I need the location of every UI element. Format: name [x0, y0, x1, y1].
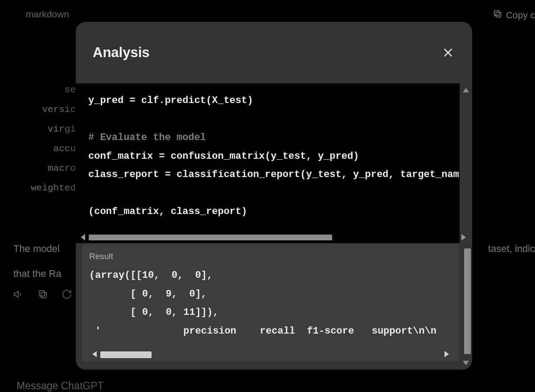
scroll-thumb[interactable]: [89, 235, 332, 240]
result-panel: Result (array([[10, 0, 0], [ 0, 9, 0], […: [82, 244, 460, 362]
code-content[interactable]: y_pred = clf.predict(X_test) # Evaluate …: [88, 91, 460, 221]
scroll-track: [89, 235, 458, 240]
modal-header: Analysis: [76, 22, 472, 83]
code-panel: y_pred = clf.predict(X_test) # Evaluate …: [76, 83, 460, 243]
vertical-scroll-thumb[interactable]: [464, 248, 471, 354]
page-root: markdown Copy c se versic virgi accu mac…: [0, 0, 535, 392]
result-horizontal-scrollbar[interactable]: [92, 350, 449, 358]
result-content[interactable]: (array([[10, 0, 0], [ 0, 9, 0], [ 0, 0, …: [89, 266, 460, 340]
scroll-track: [100, 351, 441, 357]
analysis-modal: Analysis y_pred = clf.predict(X_test) # …: [76, 22, 472, 370]
scroll-thumb[interactable]: [100, 351, 152, 358]
scroll-left-icon: [92, 351, 97, 357]
close-button[interactable]: [439, 44, 457, 62]
scroll-down-icon: [463, 361, 469, 365]
result-label: Result: [89, 252, 113, 261]
scroll-left-icon: [81, 234, 85, 240]
scroll-up-icon: [463, 88, 469, 92]
scroll-right-icon: [444, 351, 449, 357]
modal-body: y_pred = clf.predict(X_test) # Evaluate …: [76, 83, 472, 370]
close-icon: [442, 47, 454, 58]
modal-title: Analysis: [93, 45, 150, 61]
code-horizontal-scrollbar[interactable]: [81, 233, 466, 241]
